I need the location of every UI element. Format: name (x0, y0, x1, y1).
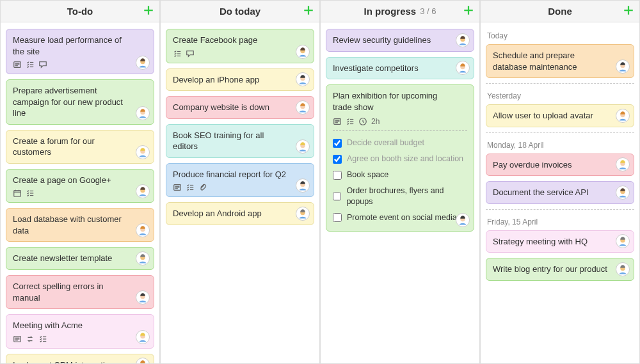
checklist-item[interactable]: Promote event on social media (333, 210, 467, 226)
assignee-avatar[interactable] (616, 59, 630, 74)
kanban-card[interactable]: Develop an Android app (166, 202, 314, 225)
checklist-item[interactable]: Decide overall budget (333, 135, 467, 151)
kanban-card[interactable]: Create a page on Google+ (6, 169, 154, 203)
kanban-card[interactable]: Create Facebook page (166, 29, 314, 63)
assignee-avatar[interactable] (296, 45, 310, 59)
kanban-card[interactable]: Produce financial report for Q2 (166, 163, 314, 198)
checklist-checkbox[interactable] (333, 171, 342, 180)
assignee-avatar[interactable] (456, 213, 470, 227)
checklist-item[interactable]: Agree on booth size and location (333, 151, 467, 167)
kanban-board: To-doMeasure load performance of the sit… (0, 0, 640, 364)
group-divider (486, 209, 634, 210)
assignee-avatar[interactable] (136, 56, 150, 70)
assignee-avatar[interactable] (136, 223, 150, 237)
group-label: Yesterday (486, 89, 634, 104)
assignee-avatar[interactable] (616, 186, 630, 200)
checklist-checkbox[interactable] (333, 192, 341, 201)
column-body[interactable]: TodaySchedule and prepare database maint… (481, 22, 639, 363)
note-icon (13, 61, 22, 68)
assignee-avatar[interactable] (616, 234, 630, 248)
add-card-button[interactable] (143, 4, 154, 19)
assignee-avatar[interactable] (136, 330, 150, 344)
repeat-icon (26, 335, 35, 343)
add-card-button[interactable] (303, 4, 314, 19)
column-body[interactable]: Measure load performance of the sitePrep… (1, 22, 159, 363)
kanban-card[interactable]: Write blog entry for our product (486, 258, 634, 281)
card-title: Create Facebook page (173, 35, 307, 46)
group-label: Monday, 18 April (486, 138, 634, 154)
group-label: Today (486, 29, 634, 44)
kanban-card[interactable]: Pay overdue invoices (486, 154, 634, 177)
kanban-card[interactable]: Plan exhibition for upcoming trade show2… (326, 84, 474, 232)
note-icon (173, 184, 182, 191)
assignee-avatar[interactable] (296, 178, 310, 193)
card-title: Review security guidelines (333, 35, 467, 46)
assignee-avatar[interactable] (136, 184, 150, 198)
card-meta (173, 184, 307, 191)
assignee-avatar[interactable] (136, 106, 150, 120)
comment-icon (186, 50, 195, 58)
kanban-card[interactable]: Book SEO training for all editors (166, 124, 314, 158)
card-title: Create newsletter template (13, 253, 147, 264)
card-title: Company website is down (173, 102, 307, 113)
kanban-card[interactable]: Create a forum for our customers (6, 130, 154, 164)
card-meta (13, 335, 147, 343)
card-title: Allow user to upload avatar (493, 110, 627, 122)
checklist-label: Book space (347, 170, 388, 180)
checklist-icon (26, 189, 35, 197)
checklist-icon (38, 335, 47, 343)
kanban-card[interactable]: Load database with customer data (6, 208, 154, 242)
clock-icon (358, 118, 367, 125)
kanban-card[interactable]: Implement CRM integration (6, 354, 154, 363)
checklist-checkbox[interactable] (333, 155, 342, 164)
column-body[interactable]: Create Facebook pageDevelop an iPhone ap… (161, 22, 319, 363)
card-title: Produce financial report for Q2 (173, 169, 307, 180)
kanban-card[interactable]: Create newsletter template (6, 247, 154, 270)
assignee-avatar[interactable] (136, 145, 150, 159)
card-title: Implement CRM integration (13, 360, 147, 363)
kanban-card[interactable]: Company website is down (166, 96, 314, 119)
checklist-icon (346, 118, 355, 125)
assignee-avatar[interactable] (456, 33, 470, 47)
checklist-checkbox[interactable] (333, 139, 342, 148)
kanban-card[interactable]: Allow user to upload avatar (486, 104, 634, 127)
assignee-avatar[interactable] (456, 61, 470, 75)
note-icon (13, 335, 22, 343)
kanban-column: DoneTodaySchedule and prepare database m… (480, 0, 640, 364)
kanban-card[interactable]: Correct spelling errors in manual (6, 275, 154, 309)
checklist-item[interactable]: Order brochures, flyers and popups (333, 183, 467, 210)
card-title: Develop an iPhone app (173, 74, 307, 86)
kanban-card[interactable]: Schedule and prepare database maintenanc… (486, 44, 634, 78)
add-card-button[interactable] (463, 4, 474, 19)
assignee-avatar[interactable] (296, 100, 310, 115)
assignee-avatar[interactable] (136, 290, 150, 305)
kanban-card[interactable]: Investigate competitors (326, 57, 474, 80)
kanban-card[interactable]: Measure load performance of the site (6, 29, 154, 74)
assignee-avatar[interactable] (296, 139, 310, 154)
kanban-card[interactable]: Develop an iPhone app (166, 68, 314, 91)
card-title: Write blog entry for our product (493, 264, 627, 275)
column-header: In progress3 / 6 (321, 1, 479, 22)
checklist-item[interactable]: Book space (333, 167, 467, 183)
assignee-avatar[interactable] (616, 109, 630, 123)
group-divider (486, 132, 634, 133)
kanban-card[interactable]: Document the service API (486, 181, 634, 204)
kanban-card[interactable]: Prepare advertisement campaign for our n… (6, 79, 154, 125)
assignee-avatar[interactable] (616, 262, 630, 276)
add-card-button[interactable] (623, 4, 634, 19)
assignee-avatar[interactable] (616, 157, 630, 171)
card-duration: 2h (371, 116, 380, 127)
card-title: Meeting with Acme (13, 320, 147, 331)
note-icon (333, 118, 342, 125)
assignee-avatar[interactable] (136, 358, 150, 363)
assignee-avatar[interactable] (296, 207, 310, 221)
kanban-card[interactable]: Review security guidelines (326, 29, 474, 52)
kanban-card[interactable]: Strategy meeting with HQ (486, 230, 634, 253)
card-title: Schedule and prepare database maintenanc… (493, 50, 627, 72)
kanban-card[interactable]: Meeting with Acme (6, 314, 154, 349)
column-body[interactable]: Review security guidelinesInvestigate co… (321, 22, 479, 363)
assignee-avatar[interactable] (136, 251, 150, 265)
checklist-checkbox[interactable] (333, 213, 342, 222)
assignee-avatar[interactable] (296, 72, 310, 86)
comment-icon (38, 61, 47, 68)
